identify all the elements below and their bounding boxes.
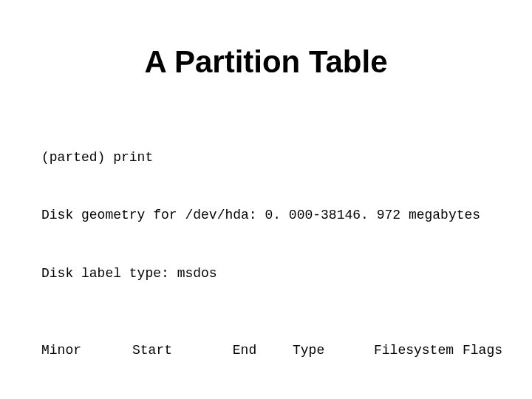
col-type: Type bbox=[293, 341, 374, 360]
table-header: Minor Start End Type Filesystem Flags bbox=[41, 341, 532, 360]
output-line: Disk geometry for /dev/hda: 0. 000-38146… bbox=[41, 205, 532, 225]
col-flags: Flags bbox=[463, 341, 507, 360]
slide-title: A Partition Table bbox=[0, 44, 532, 80]
slide: A Partition Table (parted) print Disk ge… bbox=[0, 0, 532, 399]
col-minor: Minor bbox=[41, 341, 108, 360]
output-line: (parted) print bbox=[41, 148, 532, 167]
col-fs: Filesystem bbox=[374, 341, 463, 360]
output-line: Disk label type: msdos bbox=[41, 264, 532, 283]
terminal-output: (parted) print Disk geometry for /dev/hd… bbox=[41, 109, 532, 399]
col-end: End bbox=[197, 341, 293, 360]
col-start: Start bbox=[108, 341, 197, 360]
